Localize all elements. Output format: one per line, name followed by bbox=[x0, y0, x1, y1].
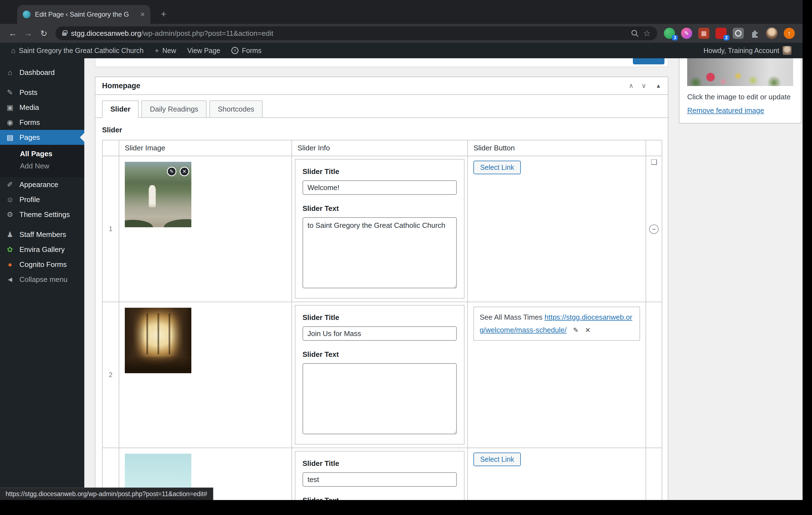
slider-info-group: Slider Title Slider Text to Saint Gregor… bbox=[295, 159, 465, 299]
sidebar-item-dashboard[interactable]: ⌂ Dashboard bbox=[0, 65, 84, 80]
slider-image-1[interactable]: ✎ ✕ bbox=[125, 162, 191, 227]
featured-image-hint: Click the image to edit or update bbox=[687, 93, 793, 101]
slider-table: Slider Image Slider Info Slider Button 1… bbox=[102, 140, 662, 500]
image-remove-icon[interactable]: ✕ bbox=[180, 167, 189, 176]
sidebar-item-label: Staff Members bbox=[20, 230, 66, 239]
remove-featured-image-link[interactable]: Remove featured image bbox=[687, 106, 764, 115]
sidebar-item-theme-settings[interactable]: ⚙ Theme Settings bbox=[0, 207, 84, 222]
sidebar-item-staff-members[interactable]: ♟ Staff Members bbox=[0, 227, 84, 242]
featured-image-panel: Click the image to edit or update Remove… bbox=[679, 58, 802, 124]
sidebar-item-label: Appearance bbox=[20, 180, 58, 189]
toggle-panel-icon[interactable]: ▲ bbox=[656, 83, 661, 89]
main-row: ⌂ Dashboard ✎ Posts ▣ Media ◉ Forms ▤ bbox=[0, 58, 803, 500]
sidebar-item-label: Media bbox=[20, 103, 39, 112]
sidebar-item-posts[interactable]: ✎ Posts bbox=[0, 85, 84, 100]
move-down-icon[interactable]: ∨ bbox=[638, 82, 650, 90]
duplicate-row-icon[interactable]: ❏ bbox=[650, 158, 657, 166]
browser-profile-avatar[interactable] bbox=[766, 27, 778, 39]
select-link-button-3[interactable]: Select Link bbox=[473, 453, 521, 466]
collapse-icon: ◄ bbox=[5, 275, 14, 284]
site-favicon-icon bbox=[23, 10, 30, 18]
admin-bar-forms[interactable]: ≡ Forms bbox=[227, 47, 266, 55]
url-bar[interactable]: stgg.diocesanweb.org/wp-admin/post.php?p… bbox=[55, 26, 657, 40]
row-actions-cell bbox=[646, 302, 662, 448]
slider-title-input-3[interactable] bbox=[302, 472, 457, 487]
sidebar-item-envira-gallery[interactable]: ✿ Envira Gallery bbox=[0, 242, 84, 257]
row-info-cell: Slider Title Slider Text bbox=[292, 448, 468, 500]
row-image-cell: ✎ ✕ bbox=[119, 156, 292, 302]
column-header-actions bbox=[646, 140, 662, 156]
select-link-button-1[interactable]: Select Link bbox=[473, 161, 521, 174]
slider-row-1: 1 ✎ ✕ Slider Title bbox=[103, 156, 662, 302]
row-number: 1 bbox=[103, 156, 119, 302]
row-image-cell bbox=[119, 302, 292, 448]
back-icon[interactable]: ← bbox=[5, 29, 20, 38]
admin-bar-account[interactable]: Howdy, Training Account bbox=[699, 46, 796, 55]
puzzle-extensions-icon[interactable] bbox=[750, 28, 760, 38]
sidebar-item-media[interactable]: ▣ Media bbox=[0, 100, 84, 115]
staff-icon: ♟ bbox=[5, 230, 14, 239]
link-edit-icon[interactable]: ✎ bbox=[573, 324, 579, 336]
sidebar-item-pages[interactable]: ▤ Pages bbox=[0, 130, 84, 145]
sidebar-item-forms[interactable]: ◉ Forms bbox=[0, 115, 84, 130]
forms-label: Forms bbox=[242, 47, 262, 55]
slider-text-area-2[interactable] bbox=[302, 363, 457, 434]
site-name: Saint Gregory the Great Catholic Church bbox=[19, 47, 144, 55]
reload-icon[interactable]: ↻ bbox=[37, 29, 51, 38]
admin-bar-site[interactable]: ⌂ Saint Gregory the Great Catholic Churc… bbox=[7, 46, 148, 55]
extension-camera-icon[interactable] bbox=[733, 28, 744, 39]
bookmark-star-icon[interactable]: ☆ bbox=[643, 29, 650, 37]
wp-admin-bar: ⌂ Saint Gregory the Great Catholic Churc… bbox=[0, 43, 803, 58]
row-actions-cell bbox=[646, 448, 662, 500]
link-remove-icon[interactable]: ✕ bbox=[585, 324, 591, 336]
sidebar-item-cognito-forms[interactable]: ● Cognito Forms bbox=[0, 257, 84, 272]
slider-info-group: Slider Title Slider Text bbox=[295, 305, 465, 444]
slider-title-input-1[interactable] bbox=[302, 180, 457, 195]
slider-title-label: Slider Title bbox=[302, 459, 457, 468]
new-tab-button[interactable]: + bbox=[158, 8, 169, 20]
slider-title-input-2[interactable] bbox=[302, 326, 457, 341]
admin-bar-new[interactable]: + New bbox=[150, 46, 180, 55]
tab-slider[interactable]: Slider bbox=[102, 101, 139, 118]
extension-badge: 3 bbox=[672, 35, 678, 40]
submenu-add-new[interactable]: Add New bbox=[0, 160, 84, 172]
submenu-all-pages[interactable]: All Pages bbox=[0, 147, 84, 160]
remove-row-icon[interactable]: − bbox=[649, 224, 659, 234]
slider-image-2[interactable] bbox=[125, 308, 191, 373]
admin-content: Homepage ∧ ∨ ▲ Slider Daily Readings Sho… bbox=[84, 58, 803, 500]
forward-icon[interactable]: → bbox=[21, 29, 35, 38]
sidebar-item-collapse-menu[interactable]: ◄ Collapse menu bbox=[0, 272, 84, 287]
row-info-cell: Slider Title Slider Text bbox=[292, 302, 468, 448]
sidebar-item-profile[interactable]: ☺ Profile bbox=[0, 192, 84, 207]
featured-image[interactable] bbox=[687, 58, 793, 86]
extension-grid-icon[interactable]: ▦ bbox=[698, 28, 709, 39]
extension-red-icon[interactable]: 2 bbox=[716, 28, 727, 39]
sidebar-item-label: Dashboard bbox=[20, 68, 55, 77]
row-info-cell: Slider Title Slider Text to Saint Gregor… bbox=[292, 156, 468, 302]
tab-close-icon[interactable]: × bbox=[140, 10, 145, 18]
slider-info-group: Slider Title Slider Text bbox=[295, 451, 465, 500]
tab-shortcodes[interactable]: Shortcodes bbox=[209, 101, 263, 118]
metabox-title: Homepage bbox=[102, 82, 625, 90]
search-icon[interactable] bbox=[631, 29, 639, 37]
admin-bar-view-page[interactable]: View Page bbox=[183, 47, 225, 55]
metabox-tabs: Slider Daily Readings Shortcodes bbox=[95, 95, 668, 118]
image-edit-icon[interactable]: ✎ bbox=[167, 167, 176, 176]
extension-green-icon[interactable]: 3 bbox=[664, 28, 675, 39]
slider-text-label: Slider Text bbox=[302, 496, 457, 500]
tab-daily-readings[interactable]: Daily Readings bbox=[141, 101, 207, 118]
tab-title: Edit Page ‹ Saint Gregory the G bbox=[35, 10, 136, 18]
move-up-icon[interactable]: ∧ bbox=[625, 82, 638, 90]
browser-window: Edit Page ‹ Saint Gregory the G × + ← → … bbox=[0, 0, 803, 500]
extension-pen-icon[interactable]: ✎ bbox=[681, 28, 692, 39]
gear-icon: ⚙ bbox=[5, 210, 14, 219]
row-number: 2 bbox=[103, 302, 119, 448]
column-header-info: Slider Info bbox=[292, 140, 468, 156]
slider-text-area-1[interactable]: to Saint Gregory the Great Catholic Chur… bbox=[302, 217, 457, 288]
profile-icon: ☺ bbox=[5, 195, 14, 204]
desktop: Edit Page ‹ Saint Gregory the G × + ← → … bbox=[0, 0, 812, 515]
browser-update-icon[interactable]: ↑ bbox=[784, 28, 795, 39]
update-button[interactable] bbox=[633, 58, 664, 64]
browser-tab[interactable]: Edit Page ‹ Saint Gregory the G × bbox=[17, 5, 150, 24]
sidebar-item-appearance[interactable]: ✐ Appearance bbox=[0, 177, 84, 192]
